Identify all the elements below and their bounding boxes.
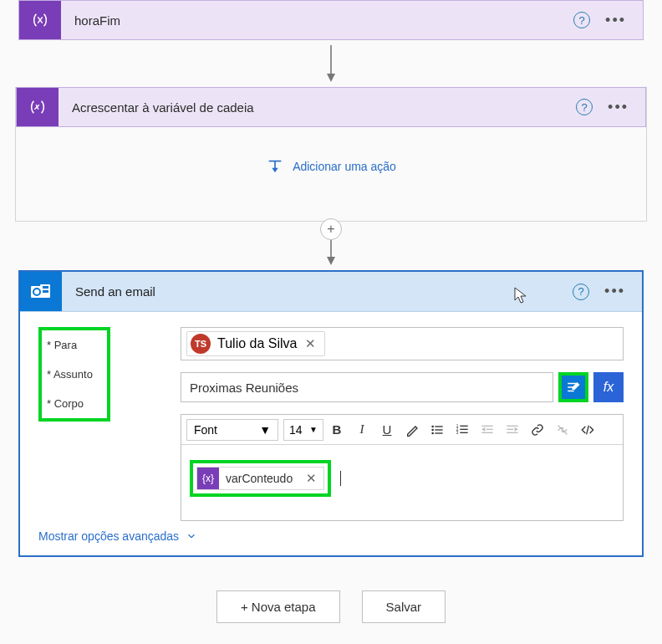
fx-label: fx [603,380,614,395]
svg-rect-17 [435,432,442,433]
svg-text:3: 3 [456,431,459,435]
outlook-icon [20,272,62,311]
svg-marker-6 [327,257,335,265]
action-card-send-email[interactable]: Send an email ? ••• * Para * Assunto * C… [18,270,644,557]
svg-rect-24 [481,425,492,426]
indent-button [501,418,524,442]
link-button[interactable] [526,418,549,442]
chevron-down-icon [186,530,197,542]
svg-rect-30 [507,432,517,432]
save-button[interactable]: Salvar [362,590,446,623]
svg-marker-31 [515,427,518,431]
variable-icon [17,88,59,126]
show-advanced-toggle[interactable]: Mostrar opções avançadas [38,529,197,543]
to-field[interactable]: TS Tulio da Silva ✕ [181,327,624,360]
expression-button[interactable]: fx [593,372,624,402]
label-corpo: * Corpo [47,397,102,410]
svg-rect-16 [435,429,442,430]
body-editor[interactable]: Font▼ 14▼ B I U [181,414,624,521]
variable-token[interactable]: {x} varConteudo ✕ [196,467,324,490]
italic-button[interactable]: I [350,418,374,442]
action-card-appendvar[interactable]: Acrescentar à variável de cadeia ? ••• [16,87,646,127]
svg-rect-28 [507,425,517,426]
help-icon[interactable]: ? [573,12,590,28]
recipient-name: Tulio da Silva [217,336,297,351]
font-size-label: 14 [289,423,303,437]
add-step-button[interactable]: + [320,218,342,240]
rte-content-area[interactable]: {x} varConteudo ✕ [181,445,623,520]
bulleted-list-button[interactable] [425,418,449,442]
show-advanced-label: Mostrar opções avançadas [38,529,179,543]
outdent-button [476,418,499,442]
action-title: Acrescentar à variável de cadeia [59,100,254,115]
svg-rect-15 [435,426,442,427]
unlink-button [551,418,574,442]
svg-marker-4 [272,168,278,173]
bold-button[interactable]: B [325,418,349,442]
insert-step-icon [266,157,284,176]
subject-input[interactable] [181,372,553,402]
help-icon[interactable]: ? [576,99,593,115]
remove-token-icon[interactable]: ✕ [299,471,323,486]
label-assunto: * Assunto [47,368,102,381]
variable-icon: {x} [197,468,219,489]
recipient-chip[interactable]: TS Tulio da Silva ✕ [186,331,325,356]
font-family-select[interactable]: Font▼ [186,419,278,441]
svg-point-13 [431,428,434,431]
connector-arrow [323,240,339,265]
svg-point-12 [431,425,434,427]
svg-rect-23 [460,432,467,432]
svg-rect-9 [42,290,48,293]
email-card-header[interactable]: Send an email ? ••• [20,272,642,312]
connector-arrow [0,45,662,82]
remove-chip-icon[interactable]: ✕ [303,336,318,351]
variable-name: varConteudo [219,472,299,485]
add-action-link[interactable]: Adicionar uma ação [16,157,646,176]
svg-rect-25 [486,428,493,429]
more-menu-icon[interactable]: ••• [605,12,626,29]
action-card-horafim[interactable]: horaFim ? ••• [18,0,644,40]
numbered-list-button[interactable]: 123 [451,418,474,442]
action-title: horaFim [61,13,120,28]
color-button[interactable] [400,418,424,442]
dynamic-content-button[interactable] [558,372,588,402]
more-menu-icon[interactable]: ••• [604,283,625,300]
email-card-title: Send an email [62,284,155,299]
new-step-button[interactable]: + Nova etapa [216,590,340,623]
font-size-select[interactable]: 14▼ [283,419,323,441]
svg-rect-29 [507,428,513,429]
text-caret [340,471,341,486]
more-menu-icon[interactable]: ••• [608,99,629,116]
variable-icon [19,1,61,39]
svg-marker-1 [327,74,335,82]
help-icon[interactable]: ? [573,284,589,300]
svg-marker-27 [481,427,485,431]
underline-button[interactable]: U [375,418,399,442]
svg-rect-21 [460,425,467,426]
svg-rect-26 [481,432,492,432]
label-para: * Para [47,339,102,351]
highlighted-labels: * Para * Assunto * Corpo [38,327,110,422]
scope-container: Acrescentar à variável de cadeia ? ••• A… [15,87,647,222]
svg-rect-22 [460,428,467,429]
add-action-label: Adicionar uma ação [293,160,396,173]
svg-rect-8 [42,286,48,289]
avatar: TS [191,334,211,354]
svg-point-14 [431,432,434,434]
code-view-button[interactable] [576,418,599,442]
font-family-label: Font [194,423,217,437]
highlighted-variable: {x} varConteudo ✕ [190,460,331,497]
rte-toolbar: Font▼ 14▼ B I U [181,415,623,445]
